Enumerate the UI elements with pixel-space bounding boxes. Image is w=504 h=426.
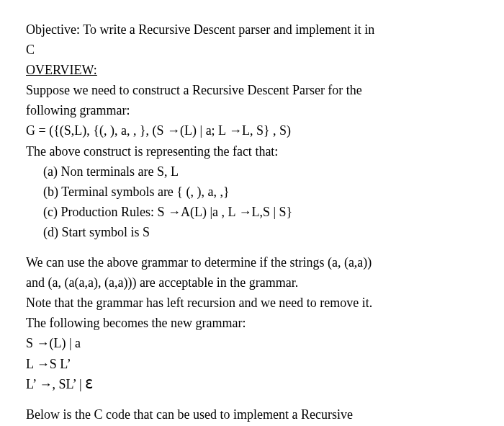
list-item-b: (b) Terminal symbols are { (, ), a, ,} <box>26 182 478 201</box>
objective-text-line2: C <box>26 40 478 59</box>
grammar-rule-s: S →(L) | a <box>26 334 478 352</box>
above-construct-text: The above construct is representing the … <box>26 142 478 161</box>
overview-heading: OVERVIEW: <box>26 61 478 79</box>
list-item-d: (d) Start symbol is S <box>26 223 478 241</box>
objective-text-line1: Objective: To write a Recursive Descent … <box>26 20 478 39</box>
grammar-rule-l: L →S L’ <box>26 355 478 373</box>
below-c-code-line1: Below is the C code that can be used to … <box>26 405 478 424</box>
suppose-line2: following grammar: <box>26 101 478 120</box>
paragraph-gap <box>26 243 478 253</box>
suppose-line1: Suppose we need to construct a Recursive… <box>26 81 478 99</box>
following-new-grammar: The following becomes the new grammar: <box>26 314 478 332</box>
list-item-c: (c) Production Rules: S →A(L) |a , L →L,… <box>26 203 478 221</box>
grammar-definition: G = ({(S,L), {(, ), a, , }, (S →(L) | a;… <box>26 121 478 140</box>
use-grammar-line1: We can use the above grammar to determin… <box>26 253 478 272</box>
grammar-rule-lprime: L’ →, SL’ | Ɛ <box>26 375 478 394</box>
list-item-a: (a) Non terminals are S, L <box>26 162 478 181</box>
note-left-recursion: Note that the grammar has left recursion… <box>26 293 478 312</box>
use-grammar-line2: and (a, (a(a,a), (a,a))) are acceptable … <box>26 273 478 292</box>
paragraph-gap-2 <box>26 395 478 405</box>
